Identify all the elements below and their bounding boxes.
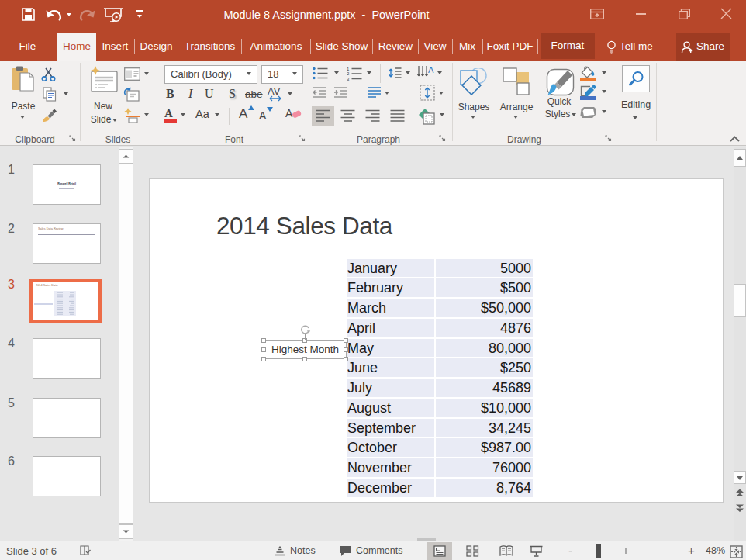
- svg-text:3: 3: [347, 77, 350, 81]
- svg-text:2: 2: [347, 71, 350, 76]
- svg-text:1: 1: [347, 67, 350, 71]
- svg-text:A: A: [428, 65, 434, 74]
